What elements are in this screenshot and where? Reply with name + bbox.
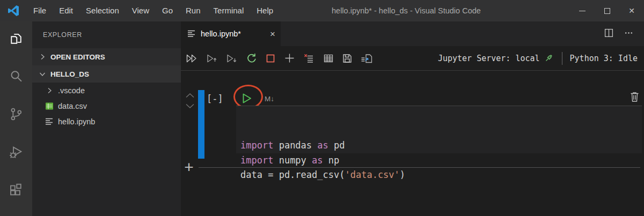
cell-selection-bar[interactable]: [198, 90, 204, 159]
menu-view[interactable]: View: [126, 0, 156, 21]
collapse-down-icon[interactable]: [185, 103, 195, 109]
source-control-icon[interactable]: [3, 102, 29, 126]
file-label: .vscode: [58, 86, 85, 95]
menu-file[interactable]: File: [27, 0, 53, 21]
notebook-file-icon: [45, 118, 54, 125]
file-item-hello-ipynb[interactable]: hello.ipynb: [32, 114, 181, 129]
section-workspace[interactable]: HELLO_DS: [32, 65, 181, 83]
menu-go[interactable]: Go: [156, 0, 179, 21]
file-item-vscode[interactable]: .vscode: [32, 83, 181, 98]
chevron-right-icon: [45, 86, 54, 95]
code-line: import pandas as pd: [240, 138, 642, 153]
window-title: hello.ipynb* - hello_ds - Visual Studio …: [332, 0, 481, 21]
minimize-icon: [579, 11, 586, 11]
extensions-icon[interactable]: [3, 178, 29, 202]
python-kernel-status[interactable]: Python 3: Idle: [570, 54, 638, 63]
clear-outputs-icon[interactable]: [303, 53, 315, 64]
tab-close-icon[interactable]: ×: [270, 29, 275, 39]
cell-collapse-label[interactable]: [-]: [207, 93, 223, 104]
menu-run[interactable]: Run: [179, 0, 207, 21]
maximize-button[interactable]: [595, 0, 619, 21]
markdown-toggle-hint[interactable]: M↓: [265, 95, 274, 103]
split-editor-icon[interactable]: [604, 28, 613, 40]
titlebar: File Edit Selection View Go Run Terminal…: [0, 0, 644, 21]
export-notebook-icon[interactable]: [361, 53, 374, 64]
jupyter-connected-icon: [545, 53, 554, 64]
close-button[interactable]: ✕: [619, 0, 644, 21]
activity-bar: [0, 21, 32, 216]
interrupt-kernel-icon[interactable]: [265, 53, 276, 64]
cell-collapse-controls: [185, 92, 195, 109]
menu-selection[interactable]: Selection: [79, 0, 126, 21]
chevron-right-icon: [38, 53, 47, 61]
restart-kernel-icon[interactable]: [246, 53, 257, 64]
maximize-icon: [604, 8, 610, 14]
file-label: data.csv: [58, 102, 87, 110]
menu-edit[interactable]: Edit: [53, 0, 79, 21]
code-lines: import pandas as pdimport numpy as npdat…: [240, 138, 642, 183]
chevron-down-icon: [38, 70, 47, 78]
section-open-editors[interactable]: OPEN EDITORS: [32, 48, 181, 65]
delete-cell-icon[interactable]: [630, 91, 640, 105]
explorer-sidebar: EXPLORER OPEN EDITORS HELLO_DS .vscode d: [32, 21, 181, 216]
run-all-cells-icon[interactable]: [186, 53, 198, 64]
section-label: OPEN EDITORS: [50, 53, 105, 61]
add-cell-below-button[interactable]: +: [181, 159, 196, 176]
code-line: data = pd.read_csv('data.csv'): [240, 168, 642, 183]
editor-actions: [604, 21, 644, 46]
csv-file-icon: [45, 102, 54, 110]
section-label: HELLO_DS: [50, 70, 89, 78]
code-line: import numpy as np: [240, 153, 642, 168]
notebook-toolbar: Jupyter Server: local Python 3: Idle: [181, 46, 644, 71]
add-cell-icon[interactable]: [284, 53, 295, 64]
menu-help[interactable]: Help: [250, 0, 280, 21]
tab-label: hello.ipynb*: [201, 29, 241, 38]
search-icon[interactable]: [3, 65, 29, 89]
variable-explorer-icon[interactable]: [323, 53, 334, 64]
file-item-data-csv[interactable]: data.csv: [32, 98, 181, 114]
collapse-up-icon[interactable]: [185, 92, 195, 99]
cell-divider-line: [199, 167, 640, 168]
save-icon[interactable]: [342, 53, 353, 64]
jupyter-server-status[interactable]: Jupyter Server: local: [438, 54, 540, 63]
more-actions-icon[interactable]: [624, 28, 633, 40]
minimize-button[interactable]: [570, 0, 595, 21]
kernel-status-area: Jupyter Server: local Python 3: Idle: [438, 52, 638, 65]
vscode-logo-icon: [7, 4, 20, 17]
menu-terminal[interactable]: Terminal: [207, 0, 251, 21]
run-debug-icon[interactable]: [3, 140, 29, 165]
notebook-area: [-] M↓ import pandas as pdimport numpy a…: [181, 71, 644, 216]
run-cells-above-icon[interactable]: [206, 53, 218, 64]
notebook-file-icon: [187, 30, 196, 38]
status-separator: [562, 52, 562, 65]
notebook-toolbar-icons: [186, 53, 374, 64]
sidebar-title: EXPLORER: [32, 21, 181, 48]
menubar: File Edit Selection View Go Run Terminal…: [27, 0, 280, 21]
cell-code-editor[interactable]: import pandas as pdimport numpy as npdat…: [236, 106, 642, 153]
window-controls: ✕: [570, 0, 644, 21]
tab-bar: hello.ipynb* ×: [181, 21, 644, 46]
tab-hello-ipynb[interactable]: hello.ipynb* ×: [181, 21, 281, 46]
run-cell-and-below-icon[interactable]: [226, 53, 238, 64]
explorer-icon[interactable]: [3, 27, 29, 51]
editor-group: hello.ipynb* ×: [181, 21, 644, 216]
file-label: hello.ipynb: [58, 117, 95, 126]
